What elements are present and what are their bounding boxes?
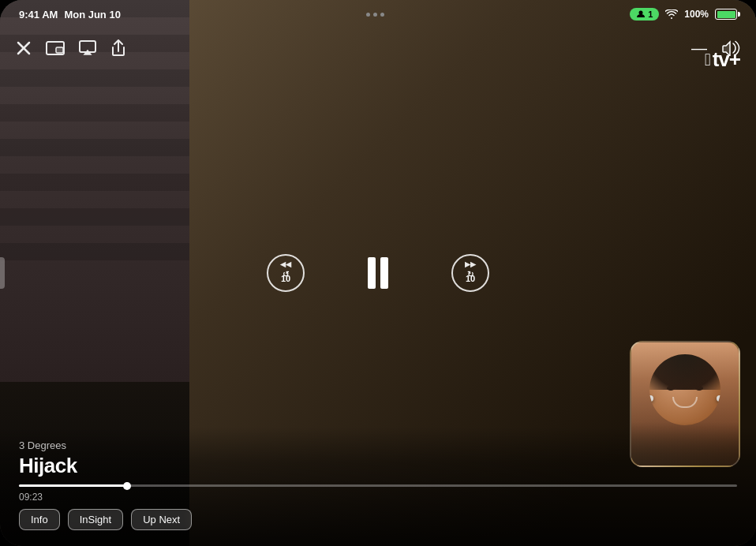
progress-container[interactable]: 09:23 bbox=[19, 484, 737, 503]
room-bg bbox=[631, 342, 739, 466]
pause-button[interactable] bbox=[368, 257, 388, 289]
status-center bbox=[366, 13, 384, 17]
facetime-person-video bbox=[631, 342, 739, 466]
top-left-controls bbox=[16, 39, 126, 57]
bottom-buttons: Info InSight Up Next bbox=[19, 509, 737, 530]
apple-tv-logo:  tv+ bbox=[705, 47, 740, 72]
airplay-icon bbox=[79, 40, 96, 56]
forward-seconds: 10 bbox=[466, 274, 475, 283]
svg-rect-4 bbox=[56, 47, 63, 53]
time-elapsed: 09:23 bbox=[19, 492, 737, 503]
share-button[interactable] bbox=[110, 39, 126, 57]
progress-bar[interactable] bbox=[19, 484, 737, 487]
svg-point-0 bbox=[639, 11, 643, 15]
status-bar: 9:41 AM Mon Jun 10 1 100% bbox=[0, 0, 756, 28]
status-dot bbox=[380, 13, 384, 17]
insight-button[interactable]: InSight bbox=[68, 509, 123, 530]
status-right: 1 100% bbox=[630, 8, 737, 21]
top-controls: — bbox=[0, 28, 756, 68]
share-icon bbox=[110, 39, 126, 57]
forward-button[interactable]: ↻ 10 bbox=[451, 254, 489, 292]
battery-icon bbox=[715, 9, 737, 20]
tv-plus-text: tv+ bbox=[713, 47, 740, 72]
pause-bar-left bbox=[368, 257, 376, 289]
person-badge: 1 bbox=[630, 8, 659, 21]
facetime-thumbnail[interactable] bbox=[630, 341, 740, 467]
pip-button[interactable] bbox=[46, 40, 65, 56]
up-next-button[interactable]: Up Next bbox=[131, 509, 192, 530]
progress-dot bbox=[123, 482, 131, 490]
center-controls: ↺ 10 ↻ 10 bbox=[267, 254, 489, 292]
battery-indicator bbox=[715, 9, 737, 20]
status-date: Mon Jun 10 bbox=[64, 9, 121, 21]
info-button[interactable]: Info bbox=[19, 509, 60, 530]
person-icon bbox=[636, 9, 646, 19]
wifi-icon bbox=[665, 9, 678, 19]
airplay-button[interactable] bbox=[79, 40, 96, 56]
status-dot bbox=[366, 13, 370, 17]
rewind-seconds: 10 bbox=[281, 274, 290, 283]
sidebar-handle[interactable] bbox=[0, 257, 5, 289]
status-dot bbox=[373, 13, 377, 17]
battery-percent: 100% bbox=[684, 9, 709, 20]
rewind-button[interactable]: ↺ 10 bbox=[267, 254, 305, 292]
ipad-frame: 9:41 AM Mon Jun 10 1 100% bbox=[0, 0, 756, 546]
progress-fill bbox=[19, 484, 127, 487]
close-icon bbox=[16, 40, 32, 56]
close-button[interactable] bbox=[16, 40, 32, 56]
person-count: 1 bbox=[648, 9, 653, 19]
pip-icon bbox=[46, 40, 65, 56]
status-left: 9:41 AM Mon Jun 10 bbox=[19, 9, 121, 21]
apple-symbol:  bbox=[705, 50, 710, 70]
status-time: 9:41 AM bbox=[19, 9, 58, 21]
battery-fill bbox=[717, 11, 735, 18]
pause-bar-right bbox=[380, 257, 388, 289]
